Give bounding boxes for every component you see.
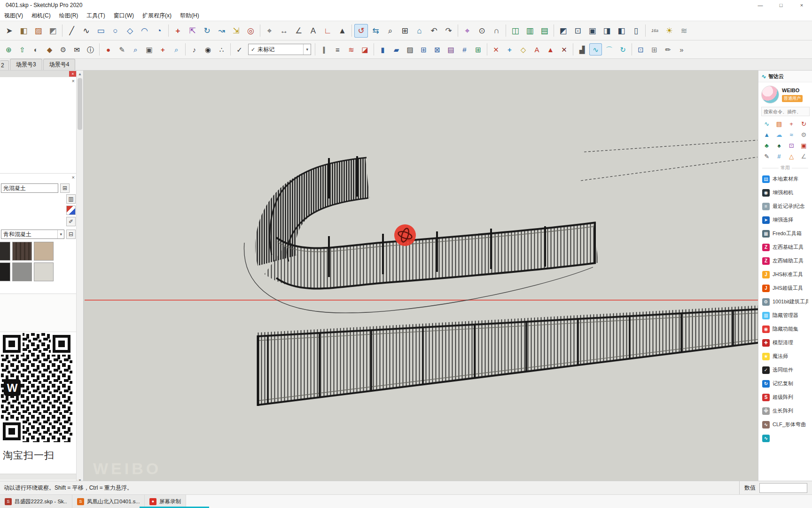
orbit-tool-button[interactable]: ↺ [354, 24, 368, 38]
layer-grid-button[interactable]: ▤ [445, 43, 457, 56]
scroll-down-icon[interactable]: ▼ [77, 477, 83, 481]
plugin-jhs-super-tools[interactable]: JJHS超级工具 [758, 281, 812, 295]
axes-tool-button[interactable]: ∟ [321, 24, 335, 38]
chevrons-more-button[interactable]: » [675, 43, 688, 56]
texture-ball-button[interactable]: ◐ [30, 43, 42, 56]
grid-tool-2-button[interactable]: ⊞ [472, 43, 484, 56]
quick-plant-button[interactable]: ♠ [773, 141, 784, 150]
parallel-tool-button[interactable]: ∥ [318, 43, 330, 56]
display-section-cuts-button[interactable]: ▤ [538, 24, 551, 38]
scroll-up-icon[interactable]: ▲ [77, 71, 83, 77]
eyedropper-button[interactable]: ✐ [66, 217, 76, 226]
menu-tools[interactable]: 工具(T) [82, 10, 109, 21]
menu-view[interactable]: 视图(V) [0, 10, 27, 21]
zoom-window-tool-button[interactable]: ⊞ [398, 24, 412, 38]
material-list-dropdown[interactable]: 青和混凝土 ▾ [1, 230, 64, 239]
task-fenghuangshan[interactable]: S凤凰山北入口0401.s... [72, 495, 145, 508]
quick-wave-button[interactable]: ∿ [761, 119, 772, 128]
pencil-2-button[interactable]: ✏ [662, 43, 674, 56]
eraser-red-button[interactable]: ◪ [359, 43, 371, 56]
push-pull-tool-button[interactable]: ⇱ [186, 24, 199, 38]
fog-toggle-button[interactable]: ≋ [677, 24, 691, 38]
menu-draw[interactable]: 绘图(R) [55, 10, 83, 21]
tag-check-button[interactable]: ✓ [233, 43, 246, 56]
rectangle-tool-button[interactable]: ▭ [94, 24, 108, 38]
frame-tool-button[interactable]: ▣ [143, 43, 156, 56]
iso-view-button[interactable]: ◩ [556, 24, 570, 38]
create-material-button[interactable]: ⊞ [60, 183, 70, 193]
select-tool-button[interactable]: ➤ [2, 24, 16, 38]
quick-cloud-button[interactable]: ☁ [773, 130, 784, 139]
material-swatch[interactable] [12, 262, 32, 281]
line-tool-button[interactable]: ╱ [65, 24, 78, 38]
delete-red-button[interactable]: ✕ [558, 43, 570, 56]
material-swatch[interactable] [0, 242, 10, 261]
scene-tab-4[interactable]: 场景号4 [43, 59, 76, 70]
polygon-tool-button[interactable]: ◇ [123, 24, 137, 38]
quick-pencil-button[interactable]: ✎ [761, 151, 772, 161]
plugin-memory-copy[interactable]: ↻记忆复制 [758, 377, 812, 390]
previous-view-button[interactable]: ↶ [427, 24, 441, 38]
grid-3d-button[interactable]: ⊞ [648, 43, 661, 56]
quick-cone-button[interactable]: △ [786, 151, 797, 161]
voice-tool-button[interactable]: ♪ [188, 43, 201, 56]
offset-tool-button[interactable]: ◎ [244, 24, 258, 38]
material-swatch[interactable] [34, 262, 54, 281]
panel-b-button[interactable]: ▰ [390, 43, 403, 56]
quick-settings-button[interactable]: ⚙ [798, 130, 809, 139]
left-view-button[interactable]: ▯ [629, 24, 643, 38]
style-pencil-button[interactable]: ✎ [116, 43, 128, 56]
plugin-clf-shape-bender[interactable]: ∿CLF_形体弯曲 [758, 418, 812, 431]
display-section-planes-button[interactable]: ▥ [523, 24, 537, 38]
plugin-grow-array[interactable]: ※生长阵列 [758, 404, 812, 418]
plugin-zuoxi-basic-tools[interactable]: Z左西基础工具 [758, 240, 812, 254]
material-name-input[interactable] [1, 183, 58, 193]
roadline-wave-button[interactable]: ∿ [589, 43, 602, 56]
add-location-button[interactable]: ⊕ [2, 43, 15, 56]
geo-arrow-button[interactable]: ⇧ [16, 43, 29, 56]
plugin-hide-function-set[interactable]: ◉隐藏功能集 [758, 322, 812, 336]
tray-scrollbar[interactable]: ▲ ▼ [76, 71, 83, 481]
feedback-mail-button[interactable]: ✉ [70, 43, 83, 56]
text-tool-button[interactable]: A [306, 24, 320, 38]
panel-close-icon[interactable]: × [72, 79, 75, 84]
box-blue-2-button[interactable]: ⊠ [431, 43, 444, 56]
stairs-tool-button[interactable]: ▟ [576, 43, 588, 56]
back-view-button[interactable]: ◧ [615, 24, 628, 38]
scale-tool-button[interactable]: ⇲ [229, 24, 243, 38]
color-swatch-icon[interactable] [66, 206, 76, 215]
freehand-tool-button[interactable]: ∿ [79, 24, 93, 38]
arc-teal-button[interactable]: ⌒ [603, 43, 616, 56]
paint-roller-button[interactable]: ⊟ [66, 230, 76, 239]
grid-tool-button[interactable]: # [458, 43, 471, 56]
circle-tool-button[interactable]: ○ [109, 24, 122, 38]
menu-help[interactable]: 帮助(H) [176, 10, 203, 21]
pie-tool-button[interactable]: ◔ [152, 24, 166, 38]
material-swatch[interactable] [0, 262, 10, 281]
menu-window[interactable]: 窗口(W) [109, 10, 138, 21]
align-tool-button[interactable]: ≡ [331, 43, 344, 56]
viewport[interactable]: WEIBO [0, 71, 812, 481]
quick-grid-button[interactable]: # [773, 151, 784, 161]
quick-angle-button[interactable]: ∠ [798, 151, 809, 161]
plugin-magician[interactable]: ★魔法师 [758, 349, 812, 363]
task-changshengyuan[interactable]: S昌盛园2222.skp - Sk... [0, 495, 72, 508]
plugin-enhanced-select[interactable]: ➤增强选择 [758, 213, 812, 227]
zoom-tool-button[interactable]: ⌕ [383, 24, 397, 38]
eraser-tool-button[interactable]: ◩ [46, 24, 60, 38]
quick-material-button[interactable]: ▤ [773, 119, 784, 128]
look-around-tool-button[interactable]: ⊙ [475, 24, 489, 38]
tag-dropdown[interactable]: ✓未标记▾ [248, 44, 311, 55]
quick-tree-button[interactable]: ♣ [761, 141, 772, 150]
move-cross-button[interactable]: + [156, 43, 169, 56]
flag-red-button[interactable]: ▲ [544, 43, 557, 56]
window-minimize-button[interactable]: — [750, 0, 771, 10]
shadows-toggle-button[interactable]: ☀ [663, 24, 676, 38]
right-view-button[interactable]: ◨ [600, 24, 614, 38]
section-plane-tool-button[interactable]: ◫ [508, 24, 522, 38]
follow-me-tool-button[interactable]: ↝ [215, 24, 228, 38]
plugin-enhanced-camera[interactable]: ◉增强相机 [758, 186, 812, 199]
quick-move-button[interactable]: + [786, 119, 797, 128]
menu-extensions[interactable]: 扩展程序(x) [138, 10, 176, 21]
dimension-style-button[interactable]: 16a [648, 24, 662, 38]
